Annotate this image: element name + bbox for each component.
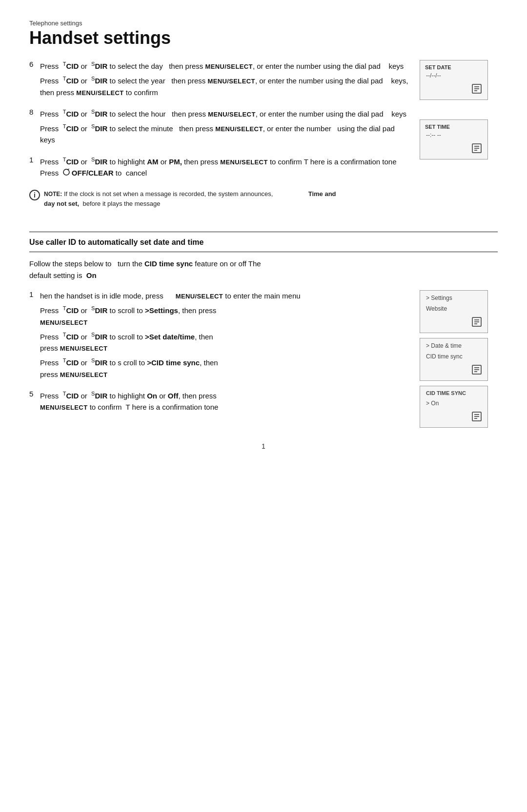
note-text: NOTE: If the clock is not set when a mes…: [44, 189, 336, 208]
step-6-number: 6: [29, 60, 40, 68]
menu-icon-date-time: [425, 364, 483, 376]
set-date-value: --/--/--: [425, 72, 483, 79]
menu-icon-cid-sync: [425, 411, 483, 422]
menu-icon-set-time: [425, 142, 483, 154]
step-8-number: 8: [29, 108, 40, 116]
section2-step5-text: Press TCID or SDIR to highlight On or Of…: [40, 390, 410, 416]
step-1-number: 1: [29, 156, 40, 164]
page-title: Handset settings: [29, 28, 498, 48]
info-icon: i: [29, 190, 40, 200]
section2-heading: Use caller ID to automatically set date …: [29, 232, 498, 252]
section2-step1-number: 1: [29, 290, 40, 298]
section2-intro: Follow the steps below to turn the CID t…: [29, 258, 498, 281]
set-date-title: SET DATE: [425, 64, 483, 70]
cid-sync-value: > On: [425, 400, 483, 407]
breadcrumb: Telephone settings: [29, 20, 498, 27]
svg-line-1: [67, 169, 69, 170]
cid-sync-box: CID TIME SYNC > On: [420, 386, 488, 428]
section-divider: [29, 232, 498, 232]
step-6-text: Press TCID or SDIR to select the day the…: [40, 60, 410, 101]
section2-device-boxes: > Settings Website > Date & time CID tim…: [420, 290, 498, 428]
set-time-value: --:-- --: [425, 132, 483, 139]
date-time-line1: > Date & time: [425, 342, 483, 349]
section2-step1-text: hen the handset is in idle mode, press M…: [40, 290, 410, 383]
device-boxes-top: SET DATE --/--/-- SET TIME --:-- --: [420, 60, 498, 218]
settings-line2: Website: [425, 305, 483, 312]
section-divider-bottom: [29, 252, 498, 252]
date-time-box: > Date & time CID time sync: [420, 338, 488, 381]
settings-box: > Settings Website: [420, 290, 488, 333]
note-block: i NOTE: If the clock is not set when a m…: [29, 189, 410, 208]
page-number: 1: [29, 442, 498, 450]
menu-icon-set-date: [425, 83, 483, 95]
date-time-line2: CID time sync: [425, 353, 483, 360]
settings-line1: > Settings: [425, 295, 483, 301]
svg-point-0: [63, 169, 69, 175]
set-time-box: SET TIME --:-- --: [420, 119, 488, 159]
set-date-box: SET DATE --/--/--: [420, 60, 488, 100]
step-1-text: Press TCID or SDIR to highlight AM or PM…: [40, 156, 410, 182]
step-8-text: Press TCID or SDIR to select the hour th…: [40, 108, 410, 149]
section2-step5-number: 5: [29, 390, 40, 398]
section2-left: 1 hen the handset is in idle mode, press…: [29, 290, 420, 428]
cid-sync-title: CID TIME SYNC: [425, 390, 483, 396]
set-time-title: SET TIME: [425, 124, 483, 130]
menu-icon-settings: [425, 316, 483, 328]
